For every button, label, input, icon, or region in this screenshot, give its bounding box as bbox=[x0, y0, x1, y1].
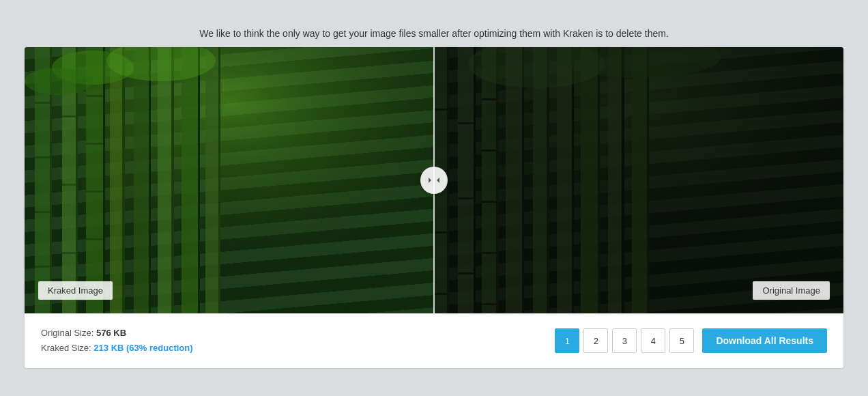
svg-rect-18 bbox=[35, 156, 50, 158]
svg-rect-2 bbox=[50, 47, 52, 313]
svg-rect-48 bbox=[622, 47, 624, 313]
svg-rect-38 bbox=[496, 47, 499, 313]
info-bar: Original Size: 576 KB Kraked Size: 213 K… bbox=[25, 313, 843, 368]
svg-marker-66 bbox=[437, 178, 439, 183]
svg-rect-56 bbox=[458, 197, 474, 199]
kraked-size-row: Kraked Size: 213 KB (63% reduction) bbox=[41, 341, 193, 356]
svg-rect-24 bbox=[86, 95, 103, 97]
svg-point-29 bbox=[52, 51, 134, 85]
svg-rect-12 bbox=[171, 47, 174, 313]
original-image-panel bbox=[434, 47, 843, 313]
svg-rect-53 bbox=[434, 231, 447, 234]
svg-rect-41 bbox=[533, 47, 547, 313]
svg-rect-55 bbox=[458, 122, 474, 124]
size-info: Original Size: 576 KB Kraked Size: 213 K… bbox=[41, 326, 193, 356]
svg-rect-39 bbox=[506, 47, 522, 313]
original-image-label: Original Image bbox=[753, 281, 830, 300]
svg-rect-23 bbox=[62, 252, 76, 254]
svg-point-63 bbox=[468, 47, 605, 88]
kraked-image-label: Kraked Image bbox=[38, 281, 113, 300]
svg-rect-61 bbox=[482, 252, 496, 254]
svg-point-30 bbox=[106, 47, 216, 81]
svg-rect-26 bbox=[86, 190, 103, 193]
download-all-button[interactable]: Download All Results bbox=[702, 328, 827, 353]
svg-point-31 bbox=[25, 68, 93, 95]
svg-rect-5 bbox=[86, 47, 103, 313]
svg-rect-8 bbox=[122, 47, 125, 313]
image-comparison: Kraked Image Original Image bbox=[25, 47, 843, 313]
svg-rect-51 bbox=[434, 109, 447, 111]
page-btn-5[interactable]: 5 bbox=[669, 328, 694, 353]
svg-rect-22 bbox=[62, 184, 76, 186]
svg-rect-16 bbox=[218, 47, 220, 313]
svg-rect-11 bbox=[158, 47, 171, 313]
svg-rect-46 bbox=[598, 47, 600, 313]
svg-rect-27 bbox=[86, 238, 103, 240]
svg-rect-47 bbox=[608, 47, 622, 313]
svg-rect-0 bbox=[25, 47, 434, 313]
original-size-value: 576 KB bbox=[96, 328, 126, 338]
svg-rect-21 bbox=[62, 115, 76, 117]
svg-point-64 bbox=[557, 47, 721, 78]
svg-rect-36 bbox=[474, 47, 476, 313]
svg-rect-45 bbox=[581, 47, 598, 313]
svg-rect-15 bbox=[205, 47, 218, 313]
svg-rect-59 bbox=[482, 150, 496, 152]
svg-rect-20 bbox=[35, 266, 50, 268]
page-btn-3[interactable]: 3 bbox=[612, 328, 637, 353]
svg-rect-25 bbox=[86, 143, 103, 145]
controls: 1 2 3 4 5 Download All Results bbox=[555, 328, 827, 353]
svg-rect-32 bbox=[434, 47, 843, 313]
page-btn-4[interactable]: 4 bbox=[641, 328, 665, 353]
svg-rect-54 bbox=[434, 293, 447, 295]
kraked-size-value: 213 KB (63% reduction) bbox=[93, 343, 192, 353]
kraked-image-panel bbox=[25, 47, 434, 313]
svg-rect-4 bbox=[76, 47, 78, 313]
svg-rect-10 bbox=[149, 47, 151, 313]
svg-rect-9 bbox=[134, 47, 149, 313]
svg-rect-57 bbox=[458, 272, 474, 274]
svg-rect-58 bbox=[482, 98, 496, 100]
drag-handle[interactable] bbox=[420, 167, 448, 194]
svg-rect-1 bbox=[35, 47, 50, 313]
svg-rect-42 bbox=[547, 47, 549, 313]
page-wrapper: We like to think the only way to get you… bbox=[25, 28, 843, 368]
page-btn-2[interactable]: 2 bbox=[583, 328, 608, 353]
svg-rect-50 bbox=[647, 47, 649, 313]
original-size-label: Original Size: bbox=[41, 328, 93, 338]
svg-rect-62 bbox=[482, 303, 496, 305]
svg-rect-60 bbox=[482, 201, 496, 203]
page-btn-1[interactable]: 1 bbox=[555, 328, 579, 353]
svg-rect-49 bbox=[632, 47, 647, 313]
kraked-size-label: Kraked Size: bbox=[41, 343, 91, 353]
original-size-row: Original Size: 576 KB bbox=[41, 326, 193, 341]
main-card: Kraked Image Original Image Original Siz… bbox=[25, 47, 843, 368]
svg-rect-17 bbox=[35, 102, 50, 104]
svg-rect-35 bbox=[458, 47, 474, 313]
svg-rect-44 bbox=[572, 47, 574, 313]
svg-rect-37 bbox=[482, 47, 496, 313]
svg-rect-40 bbox=[522, 47, 524, 313]
svg-rect-13 bbox=[182, 47, 198, 313]
svg-rect-7 bbox=[110, 47, 122, 313]
svg-rect-14 bbox=[198, 47, 200, 313]
svg-rect-43 bbox=[557, 47, 572, 313]
svg-rect-3 bbox=[62, 47, 76, 313]
svg-rect-19 bbox=[35, 211, 50, 213]
drag-handle-icon bbox=[427, 173, 441, 187]
svg-rect-6 bbox=[103, 47, 105, 313]
subtitle-text: We like to think the only way to get you… bbox=[25, 28, 843, 39]
svg-marker-65 bbox=[429, 178, 431, 183]
